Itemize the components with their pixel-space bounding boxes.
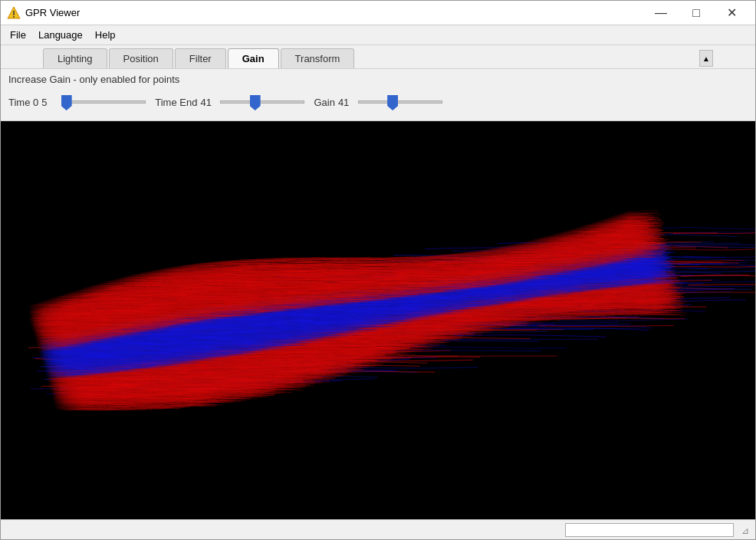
tab-gain[interactable]: Gain (228, 48, 279, 68)
title-bar: GPR Viewer — □ ✕ (1, 1, 755, 25)
gain-value: 41 (338, 97, 353, 108)
app-icon (7, 6, 21, 20)
status-bar: ⊿ (1, 519, 755, 539)
menu-help[interactable]: Help (89, 27, 122, 43)
gain-slider-container (358, 91, 442, 113)
window-controls: — □ ✕ (643, 1, 749, 25)
time-start-value: 5 (41, 97, 57, 108)
time-start-slider-container (61, 91, 146, 113)
time-end-group: Time End 41 (155, 91, 304, 113)
tab-position[interactable]: Position (109, 48, 173, 68)
tab-filter[interactable]: Filter (175, 48, 226, 68)
time-end-slider-container (220, 91, 304, 113)
time-end-value: 41 (200, 97, 215, 108)
tab-expand-button[interactable]: ▲ (699, 50, 713, 67)
tab-transform[interactable]: Transform (281, 48, 355, 68)
minimize-button[interactable]: — (643, 1, 679, 25)
gain-label: Gain (314, 97, 334, 108)
maximize-button[interactable]: □ (679, 1, 714, 25)
svg-point-2 (13, 16, 15, 18)
resize-corner-icon: ⊿ (737, 524, 749, 536)
viewport[interactable] (1, 121, 755, 519)
time-start-label: Time 0 (8, 97, 38, 108)
tab-bar: Lighting Position Filter Gain Transform … (1, 45, 755, 69)
panel-title: Increase Gain - only enabled for points (8, 74, 748, 85)
status-field (565, 523, 734, 537)
gpr-canvas[interactable] (1, 121, 755, 519)
gain-group: Gain 41 (314, 91, 442, 113)
time-start-group: Time 0 5 (8, 91, 146, 113)
time-end-label: Time End (155, 97, 197, 108)
menu-file[interactable]: File (4, 27, 32, 43)
window-title: GPR Viewer (25, 7, 643, 18)
main-window: GPR Viewer — □ ✕ File Language Help Ligh… (0, 0, 756, 540)
menu-language[interactable]: Language (32, 27, 89, 43)
sliders-row: Time 0 5 Time End 41 (8, 91, 748, 113)
tab-lighting[interactable]: Lighting (43, 48, 107, 68)
menu-bar: File Language Help (1, 25, 755, 45)
gain-panel: Increase Gain - only enabled for points … (1, 69, 755, 121)
close-button[interactable]: ✕ (714, 1, 749, 25)
